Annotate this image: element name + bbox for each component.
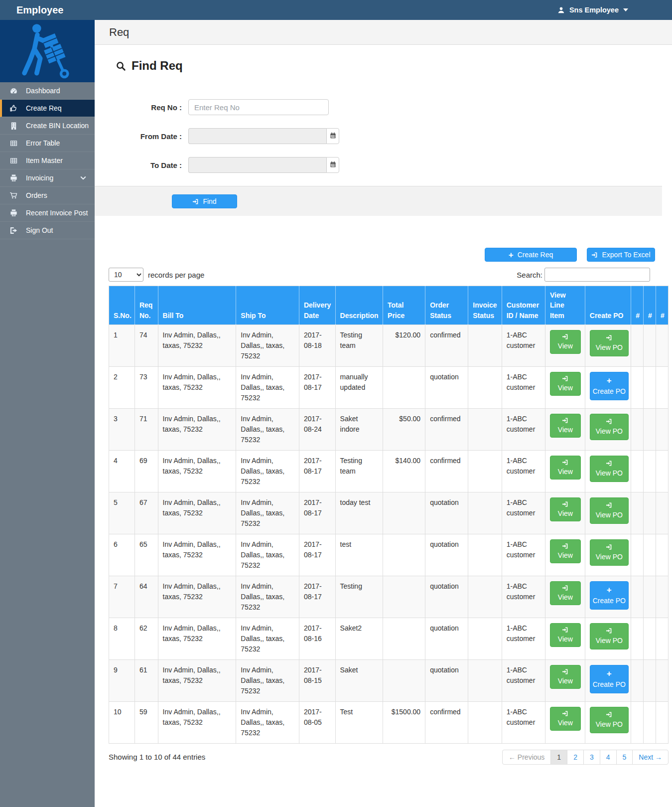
sno-cell: 7 [109, 576, 135, 618]
delivery-date-cell: 2017-08-18 [299, 324, 335, 366]
po-button-label: Create PO [593, 387, 626, 396]
building-icon [8, 122, 18, 130]
sidebar-item-invoicing[interactable]: Invoicing [0, 169, 95, 187]
customer-cell: 1-ABC customer [502, 408, 545, 450]
view-line-item-button[interactable]: View [550, 539, 581, 563]
view-po-button[interactable]: View PO [590, 623, 629, 649]
sidebar-item-sign-out[interactable]: Sign Out [0, 222, 95, 239]
table-row: 174Inv Admin, Dallas,, taxas, 75232Inv A… [109, 324, 669, 366]
column-header-customer-id-name[interactable]: Customer ID / Name [502, 286, 545, 325]
to-date-calendar-button[interactable] [326, 157, 339, 173]
view-line-item-button[interactable]: View [550, 665, 581, 689]
bill-to-cell: Inv Admin, Dallas,, taxas, 75232 [158, 701, 236, 743]
po-button-label: Create PO [593, 596, 626, 605]
view-line-item-button[interactable]: View [550, 707, 581, 731]
sidebar-item-dashboard[interactable]: Dashboard [0, 82, 95, 100]
view-button-label: View [558, 635, 573, 644]
sidebar-item-item-master[interactable]: Item Master [0, 152, 95, 169]
sno-cell: 6 [109, 534, 135, 576]
view-po-button[interactable]: View PO [590, 707, 629, 733]
delivery-date-cell: 2017-08-15 [299, 659, 335, 701]
column-header-order-status[interactable]: Order Status [425, 286, 468, 325]
pagination-next[interactable]: Next → [632, 750, 669, 765]
sno-cell: 9 [109, 659, 135, 701]
column-header-hash[interactable]: # [656, 286, 668, 325]
invoice-status-cell [468, 659, 502, 701]
pagination-page-3[interactable]: 3 [583, 750, 600, 765]
from-date-calendar-button[interactable] [326, 128, 339, 144]
user-menu[interactable]: Sns Employee [557, 6, 672, 14]
sidebar-item-create-req[interactable]: Create Req [0, 100, 95, 117]
printer-icon [8, 174, 18, 182]
pagination-page-2[interactable]: 2 [567, 750, 584, 765]
view-line-item-cell: View [545, 492, 585, 534]
sidebar-item-orders[interactable]: Orders [0, 187, 95, 204]
view-line-item-button[interactable]: View [550, 623, 581, 647]
view-line-item-button[interactable]: View [550, 414, 581, 438]
sidebar-item-label: Sign Out [26, 226, 53, 234]
column-header-delivery-date[interactable]: Delivery Date [299, 286, 335, 325]
create-po-button[interactable]: +Create PO [590, 581, 629, 610]
create-po-cell: View PO [585, 701, 631, 743]
column-header-view-line-item[interactable]: View Line Item [545, 286, 585, 325]
column-header-hash[interactable]: # [631, 286, 644, 325]
column-header-s-no[interactable]: S.No. [109, 286, 135, 325]
column-header-invoice-status[interactable]: Invoice Status [468, 286, 502, 325]
from-date-input[interactable] [188, 128, 326, 144]
column-header-req-no[interactable]: Req No. [134, 286, 158, 325]
extra-cell [631, 408, 644, 450]
req-no-cell: 73 [134, 366, 158, 408]
sidebar-item-recent-invoice-post[interactable]: Recent Invoice Post [0, 204, 95, 222]
req-no-cell: 59 [134, 701, 158, 743]
page-size-select[interactable]: 10 [109, 268, 143, 282]
view-line-item-button[interactable]: View [550, 581, 581, 605]
view-line-item-button[interactable]: View [550, 456, 581, 480]
to-date-input[interactable] [188, 157, 326, 173]
create-po-button[interactable]: +Create PO [590, 665, 629, 693]
pagination-page-1[interactable]: 1 [550, 750, 567, 765]
sidebar-item-label: Orders [26, 191, 47, 199]
column-header-ship-to[interactable]: Ship To [236, 286, 299, 325]
view-po-button[interactable]: View PO [590, 330, 629, 356]
search-input[interactable] [544, 268, 650, 282]
sidebar-item-error-table[interactable]: Error Table [0, 135, 95, 152]
view-line-item-button[interactable]: View [550, 330, 581, 354]
ship-to-cell: Inv Admin, Dallas,, taxas, 75232 [236, 701, 299, 743]
req-no-input[interactable] [188, 99, 329, 115]
sign-in-icon [562, 333, 568, 340]
create-req-button[interactable]: + Create Req [485, 248, 577, 262]
sidebar-item-create-bin-location[interactable]: Create BIN Location [0, 117, 95, 135]
view-po-button[interactable]: View PO [590, 539, 629, 566]
bill-to-cell: Inv Admin, Dallas,, taxas, 75232 [158, 408, 236, 450]
view-po-button[interactable]: View PO [590, 414, 629, 440]
find-button[interactable]: Find [172, 194, 237, 208]
extra-cell [656, 534, 668, 576]
column-header-hash[interactable]: # [644, 286, 656, 325]
view-po-button[interactable]: View PO [590, 497, 629, 524]
column-header-total-price[interactable]: Total Price [383, 286, 425, 325]
pagination-page-4[interactable]: 4 [600, 750, 617, 765]
view-line-item-button[interactable]: View [550, 372, 581, 396]
user-name: Sns Employee [569, 6, 619, 14]
thumbs-up-icon [8, 104, 18, 113]
invoice-status-cell [468, 408, 502, 450]
column-header-bill-to[interactable]: Bill To [158, 286, 236, 325]
view-line-item-button[interactable]: View [550, 497, 581, 521]
printer-icon [8, 209, 18, 217]
delivery-date-cell: 2017-08-17 [299, 366, 335, 408]
bill-to-cell: Inv Admin, Dallas,, taxas, 75232 [158, 492, 236, 534]
extra-cell [631, 576, 644, 618]
ship-to-cell: Inv Admin, Dallas,, taxas, 75232 [236, 324, 299, 366]
extra-cell [644, 408, 656, 450]
column-header-description[interactable]: Description [335, 286, 383, 325]
customer-cell: 1-ABC customer [502, 576, 545, 618]
create-po-button[interactable]: +Create PO [590, 372, 629, 400]
view-button-label: View [558, 467, 573, 476]
find-req-form: Req No : From Date : To Date : [95, 99, 672, 173]
pagination-page-5[interactable]: 5 [616, 750, 633, 765]
column-header-create-po[interactable]: Create PO [585, 286, 631, 325]
export-to-excel-button[interactable]: Export To Excel [587, 248, 655, 262]
invoice-status-cell [468, 492, 502, 534]
view-line-item-cell: View [545, 324, 585, 366]
view-po-button[interactable]: View PO [590, 456, 629, 482]
